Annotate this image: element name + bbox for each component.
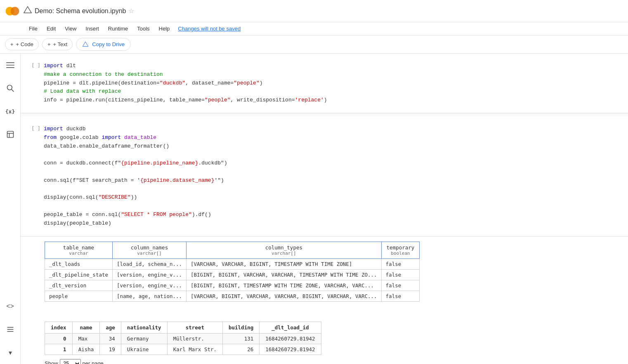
sidebar-variables-icon[interactable]: {x} (3, 104, 18, 119)
drive-copy-icon (82, 41, 89, 48)
cell-1-code[interactable]: import dlt #make a connection to the des… (44, 62, 621, 105)
copy-to-drive-button[interactable]: Copy to Drive (76, 38, 131, 51)
copy-drive-label: Copy to Drive (92, 41, 125, 47)
svg-point-1 (11, 7, 19, 15)
notebook-title: Demo: Schema evolution.ipynb (35, 7, 126, 15)
th-nationality: nationality (121, 322, 167, 333)
sidebar-list-icon[interactable] (3, 322, 18, 337)
td-building-1: 26 (223, 344, 260, 355)
td-col-names-0: [load_id, schema_n... (113, 258, 187, 269)
plus-text-icon: + (47, 41, 51, 47)
cell-2-line-11: people_table = conn.sql("SELECT * FROM p… (44, 211, 621, 219)
cell-1: [ ] import dlt #make a connection to the… (21, 54, 628, 113)
cell-2-code[interactable]: import duckdb from google.colab import d… (44, 125, 621, 228)
td-table-name-1: _dlt_pipeline_state (45, 269, 113, 280)
svg-rect-5 (6, 62, 14, 63)
cell-2-line-10 (44, 202, 621, 211)
menu-view[interactable]: View (61, 24, 80, 33)
cell-2: [ ] import duckdb from google.colab impo… (21, 117, 628, 237)
th-index: index (45, 322, 73, 333)
td-temp-1: false (381, 269, 420, 280)
td-street-1: Karl Marx Str. (167, 344, 222, 355)
td-age-0: 34 (100, 333, 121, 344)
cell-1-line-3: pipeline = dlt.pipeline(destination="duc… (44, 79, 621, 88)
pagination: Show 25 50 100 per page (45, 359, 623, 364)
td-table-name-2: _dlt_version (45, 280, 113, 291)
cell-1-line-2: #make a connection to the destination (44, 70, 621, 79)
svg-marker-4 (83, 42, 88, 46)
people-table: index name age nationality street buildi… (45, 322, 321, 355)
cell-1-line-5: info = pipeline.run(citizens_pipeline, t… (44, 96, 621, 105)
svg-rect-10 (7, 132, 13, 138)
svg-line-9 (11, 89, 14, 92)
td-dlt-id-0: 1684260729.81942 (260, 333, 321, 344)
add-text-button[interactable]: + + Text (42, 38, 73, 50)
menu-insert[interactable]: Insert (81, 24, 103, 33)
td-name-0: Max (72, 333, 100, 344)
td-col-types-1: [BIGINT, BIGINT, VARCHAR, VARCHAR, TIMES… (187, 269, 382, 280)
toolbar: + + Code + + Text Copy to Drive (0, 35, 628, 54)
drive-icon (23, 6, 32, 16)
menu-runtime[interactable]: Runtime (104, 24, 132, 33)
star-icon[interactable]: ☆ (128, 7, 134, 15)
cell-2-line-1: import duckdb (44, 125, 621, 134)
cell-2-inner: [ ] import duckdb from google.colab impo… (21, 120, 628, 233)
table-row: _dlt_loads [load_id, schema_n... [VARCHA… (45, 258, 420, 269)
main-layout: {x} <> ▾ [ ] (0, 54, 628, 364)
td-col-types-0: [VARCHAR, VARCHAR, BIGINT, TIMESTAMP WIT… (187, 258, 382, 269)
sidebar-down-icon[interactable]: ▾ (3, 345, 18, 360)
per-page-label: per page (83, 360, 104, 364)
menu-help[interactable]: Help (155, 24, 174, 33)
cell-2-line-5: conn = duckdb.connect(f"{pipeline.pipeli… (44, 159, 621, 168)
cell-2-line-12: display(people_table) (44, 219, 621, 228)
td-col-types-2: [BIGINT, BIGINT, TIMESTAMP WITH TIME ZON… (187, 280, 382, 291)
menu-tools[interactable]: Tools (133, 24, 153, 33)
cell-1-line-1: import dlt (44, 62, 621, 70)
left-sidebar: {x} <> ▾ (0, 54, 21, 364)
td-dlt-id-1: 1684260729.81942 (260, 344, 321, 355)
sidebar-collapse-icon[interactable]: <> (3, 299, 18, 314)
sidebar-files-icon[interactable] (3, 127, 18, 142)
cell-2-line-8 (44, 185, 621, 194)
changes-note: Changes will not be saved (178, 26, 241, 32)
cell-2-line-3: data_table.enable_dataframe_formatter() (44, 142, 621, 151)
people-row-0: 0 Max 34 Germany Müllerstr. 131 16842607… (45, 333, 321, 344)
cell-2-line-7: conn.sql(f"SET search_path = '{pipeline.… (44, 176, 621, 185)
th-building: building (223, 322, 260, 333)
cell-2-line-9: display(conn.sql("DESCRIBE")) (44, 193, 621, 202)
th-table-name: table_name varchar (45, 242, 113, 258)
menu-edit[interactable]: Edit (42, 24, 60, 33)
plus-code-icon: + (10, 41, 14, 47)
cell-2-line-6 (44, 168, 621, 176)
td-temp-0: false (381, 258, 420, 269)
add-code-button[interactable]: + + Code (5, 38, 39, 50)
colab-logo (2, 0, 23, 22)
menu-file[interactable]: File (25, 24, 42, 33)
td-name-1: Aisha (72, 344, 100, 355)
td-age-1: 19 (100, 344, 121, 355)
sidebar-search-icon[interactable] (3, 81, 18, 96)
th-column-types: column_types varchar[] (187, 242, 382, 258)
td-table-name-0: _dlt_loads (45, 258, 113, 269)
td-col-types-3: [VARCHAR, BIGINT, VARCHAR, VARCHAR, BIGI… (187, 291, 382, 301)
td-idx-0: 0 (45, 333, 73, 344)
th-name: name (72, 322, 100, 333)
td-nationality-1: Ukraine (121, 344, 167, 355)
table-row: _dlt_version [version, engine_v... [BIGI… (45, 280, 420, 291)
svg-rect-7 (6, 67, 14, 68)
people-header-row: index name age nationality street buildi… (45, 322, 321, 333)
cell-2-bracket: [ ] (27, 125, 44, 132)
table-row: people [name, age, nation... [VARCHAR, B… (45, 291, 420, 301)
svg-point-8 (7, 85, 12, 90)
cell-1-line-4: # Load data with replace (44, 87, 621, 96)
cell-1-inner: [ ] import dlt #make a connection to the… (21, 57, 628, 110)
people-row-1: 1 Aisha 19 Ukraine Karl Marx Str. 26 168… (45, 344, 321, 355)
show-label: Show (45, 360, 58, 364)
td-col-names-3: [name, age, nation... (113, 291, 187, 301)
td-col-names-1: [version, engine_v... (113, 269, 187, 280)
sidebar-menu-icon[interactable] (3, 58, 18, 73)
output-people: index name age nationality street buildi… (21, 317, 628, 364)
td-street-0: Müllerstr. (167, 333, 222, 344)
per-page-select[interactable]: 25 50 100 (60, 359, 81, 364)
describe-header-row: table_name varchar column_names varchar[… (45, 242, 420, 258)
